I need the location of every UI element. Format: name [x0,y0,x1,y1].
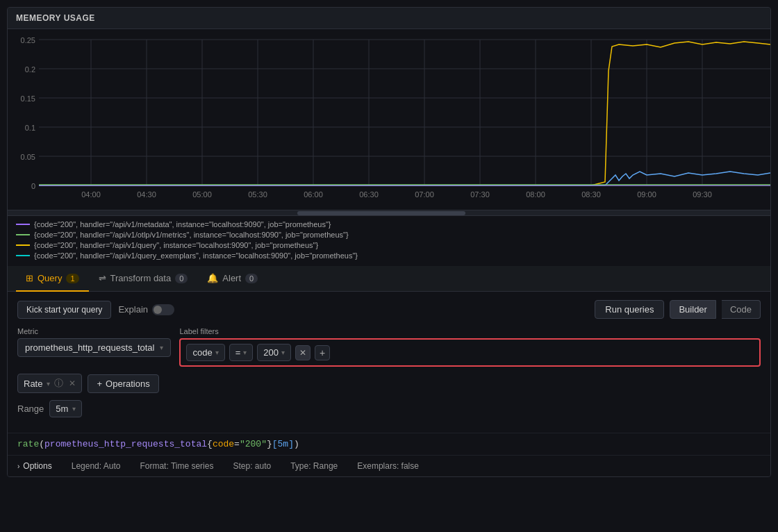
svg-text:04:30: 04:30 [137,190,156,199]
tab-query-badge: 1 [66,274,78,283]
options-bar: › Options Legend: Auto Format: Time seri… [8,455,770,476]
options-format: Format: Time series [140,461,213,471]
options-toggle[interactable]: › Options [17,461,52,471]
svg-text:08:30: 08:30 [581,190,601,199]
legend-label-0: {code="200", handler="/api/v1/metadata",… [34,220,331,228]
rate-label: Rate [24,379,42,389]
legend-label-3: {code="200", handler="/api/v1/query_exem… [34,251,358,260]
legend-item-0: {code="200", handler="/api/v1/metadata",… [16,220,762,228]
options-legend: Legend: Auto [72,461,121,471]
chart-scrollbar[interactable] [8,210,770,215]
filter-operator-value: = [235,347,241,358]
options-step: Step: auto [233,461,271,471]
builder-button[interactable]: Builder [670,300,715,319]
options-label: Options [23,461,51,471]
explain-toggle: Explain [118,304,174,315]
svg-text:0.05: 0.05 [21,153,35,161]
filter-add-button[interactable]: + [315,345,330,360]
kick-start-button[interactable]: Kick start your query [17,301,111,319]
filter-operator-chevron-icon: ▾ [243,349,247,356]
legend-item-1: {code="200", handler="/api/v1/otlp/v1/me… [16,231,762,239]
explain-label: Explain [118,304,148,315]
tab-alert-badge: 0 [245,274,258,283]
tab-transform-label: Transform data [110,273,172,283]
filter-operator-select[interactable]: = ▾ [229,344,254,361]
panel-title: MEMEORY USAGE [16,13,95,23]
svg-rect-0 [8,29,770,210]
svg-text:0.2: 0.2 [25,65,35,74]
query-row: Metric prometheus_http_requests_total ▾ … [17,327,761,367]
toggle-knob [154,306,162,314]
svg-text:06:30: 06:30 [359,190,379,199]
metric-label: Metric [17,327,171,335]
rate-info-icon[interactable]: ⓘ [54,377,63,390]
filter-key-chevron-icon: ▾ [215,349,219,356]
filter-remove-button[interactable]: ✕ [295,345,311,360]
label-filters-label: Label filters [179,327,761,335]
tab-transform-badge: 0 [175,274,188,283]
query-top-bar: Kick start your query Explain Run querie… [17,300,761,319]
tab-transform-icon: ⇌ [99,273,106,283]
legend-label-2: {code="200", handler="/api/v1/query", in… [34,241,318,249]
rate-chevron-icon[interactable]: ▾ [47,380,50,388]
label-filters-col: Label filters code ▾ = ▾ 200 ▾ ✕ [179,327,761,367]
explain-switch[interactable] [152,304,174,315]
tab-query[interactable]: ⊞ Query 1 [16,266,89,292]
tab-query-icon: ⊞ [26,273,33,283]
query-expression: rate(prometheus_http_requests_total{code… [8,433,770,455]
svg-text:0.15: 0.15 [21,94,35,103]
legend-item-3: {code="200", handler="/api/v1/query_exem… [16,251,762,260]
chart-legend: {code="200", handler="/api/v1/metadata",… [8,215,770,266]
expr-fn: rate [17,439,39,449]
metric-col: Metric prometheus_http_requests_total ▾ [17,327,171,357]
svg-text:09:00: 09:00 [637,190,656,199]
query-section: Kick start your query Explain Run querie… [8,292,770,433]
code-button[interactable]: Code [722,300,761,319]
svg-text:04:00: 04:00 [81,190,101,199]
svg-text:06:00: 06:00 [304,190,323,199]
filter-val-text: 200 [263,347,279,358]
legend-item-2: {code="200", handler="/api/v1/query", in… [16,241,762,249]
operations-button[interactable]: + Operations [88,374,158,393]
operations-plus-icon: + [97,379,102,389]
svg-text:05:30: 05:30 [248,190,267,199]
range-value: 5m [56,404,68,414]
panel-header: MEMEORY USAGE [8,8,770,29]
expr-range: [5m] [272,439,294,449]
query-top-right: Run queries Builder Code [595,300,761,319]
tab-alert-label: Alert [222,273,241,283]
tab-alert[interactable]: 🔔 Alert 0 [197,266,267,292]
panel: MEMEORY USAGE 0.25 0.2 0.15 0.1 0.05 0 0… [7,7,771,477]
svg-text:07:00: 07:00 [415,190,434,199]
options-chevron-icon: › [17,463,19,470]
metric-value: prometheus_http_requests_total [25,342,154,353]
expr-label-val: "200" [240,439,267,449]
svg-text:05:00: 05:00 [192,190,212,199]
scrollbar-thumb[interactable] [297,211,465,215]
query-top-left: Kick start your query Explain [17,301,174,319]
tab-transform[interactable]: ⇌ Transform data 0 [89,266,198,292]
run-queries-button[interactable]: Run queries [595,300,664,319]
tabs-bar: ⊞ Query 1 ⇌ Transform data 0 🔔 Alert 0 [8,266,770,292]
operations-label: Operations [106,379,150,389]
svg-text:0: 0 [31,182,35,190]
range-chevron-icon: ▾ [72,405,76,413]
range-row: Range 5m ▾ [17,400,761,417]
filter-key-select[interactable]: code ▾ [186,344,224,361]
metric-select[interactable]: prometheus_http_requests_total ▾ [17,338,171,357]
legend-line-teal [16,255,30,256]
expr-label-key: code [213,439,234,449]
legend-label-1: {code="200", handler="/api/v1/otlp/v1/me… [34,231,349,239]
range-select[interactable]: 5m ▾ [49,400,82,417]
legend-line-yellow [16,244,30,246]
filter-value-select[interactable]: 200 ▾ [257,344,291,361]
filter-key-value: code [192,347,212,358]
filter-value-chevron-icon: ▾ [281,349,285,356]
svg-text:08:00: 08:00 [526,190,545,199]
label-filters-container: code ▾ = ▾ 200 ▾ ✕ + [179,338,761,367]
svg-text:07:30: 07:30 [470,190,490,199]
rate-close-icon[interactable]: ✕ [69,379,76,388]
svg-text:0.1: 0.1 [25,124,35,132]
rate-pill: Rate ▾ ⓘ ✕ [17,374,82,393]
tab-query-label: Query [38,273,62,283]
